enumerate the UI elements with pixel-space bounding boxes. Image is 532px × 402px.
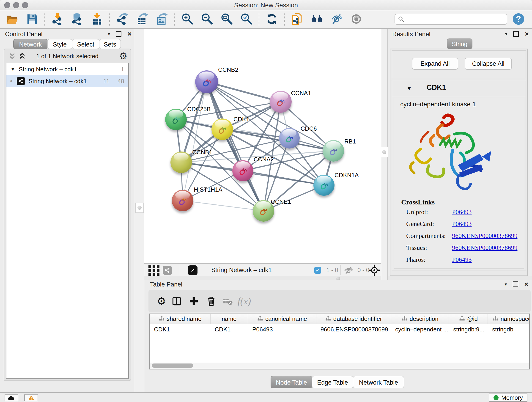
column-header-namespace[interactable]: namespace <box>488 314 530 324</box>
table-cell[interactable]: stringdb <box>488 326 530 333</box>
import-network-button[interactable] <box>51 13 64 26</box>
edge-CDK1-RB1[interactable] <box>222 129 333 151</box>
node-CDKN1A[interactable] <box>313 175 335 196</box>
zoom-fit-button[interactable] <box>220 13 233 26</box>
tab-node-table[interactable]: Node Table <box>271 376 312 388</box>
zoom-in-button[interactable] <box>181 13 194 26</box>
tab-edge-table[interactable]: Edge Table <box>312 376 353 388</box>
left-splitter-handle[interactable] <box>135 203 144 213</box>
control-panel-close-icon[interactable]: × <box>127 32 132 36</box>
search-input[interactable] <box>406 16 507 23</box>
export-network-button[interactable] <box>116 13 129 26</box>
node-RB1[interactable] <box>323 140 344 162</box>
column-header-name[interactable]: name <box>210 314 248 324</box>
column-header-shared-name[interactable]: shared name <box>150 314 210 324</box>
delete-column-button[interactable] <box>205 295 217 307</box>
table-cell[interactable]: CDK1 <box>150 326 210 333</box>
add-column-button[interactable] <box>188 295 200 307</box>
crosslink-row: Uniprot:P06493 <box>401 206 519 218</box>
string-home-button[interactable] <box>310 13 323 26</box>
edge-HIST1H1A-CCNE1[interactable] <box>183 201 264 211</box>
collapse-all-button[interactable]: Collapse All <box>465 58 512 70</box>
control-panel-maximize-icon[interactable] <box>116 31 121 37</box>
table-cell[interactable]: P06493 <box>248 326 317 333</box>
split-columns-button[interactable] <box>171 295 183 307</box>
crosslink-link[interactable]: 9606.ENSP00000378699 <box>452 232 517 240</box>
zoom-out-button[interactable] <box>201 13 213 26</box>
warnings-button[interactable] <box>24 395 38 401</box>
open-session-button[interactable] <box>6 13 19 26</box>
column-header-description[interactable]: description <box>391 314 449 324</box>
tab-network-table[interactable]: Network Table <box>353 376 404 388</box>
share-view-icon[interactable] <box>163 264 172 276</box>
node-CCNA1[interactable] <box>270 91 292 113</box>
right-splitter-handle[interactable] <box>380 147 388 157</box>
table-cell[interactable]: CDK1 <box>210 326 248 333</box>
expand-all-button[interactable]: Expand All <box>412 58 458 70</box>
node-CDC25B[interactable] <box>165 109 187 130</box>
results-panel-float-icon[interactable]: ▾ <box>505 31 507 37</box>
hide-graphics-details-button[interactable] <box>330 13 343 26</box>
search-box[interactable] <box>394 14 507 25</box>
grid-view-icon[interactable] <box>147 264 160 276</box>
zoom-selected-button[interactable] <box>240 13 253 26</box>
table-panel-float-icon[interactable]: ▾ <box>505 281 507 287</box>
import-table-button[interactable] <box>90 13 103 26</box>
help-button[interactable]: ? <box>513 13 524 25</box>
network-list-options-icon[interactable]: ⚙ <box>119 51 127 61</box>
tab-string[interactable]: String <box>447 38 472 49</box>
left-splitter[interactable] <box>135 29 144 392</box>
refresh-button[interactable] <box>265 13 278 26</box>
selected-checkbox-icon[interactable]: ✓ <box>314 264 321 276</box>
node-CDC6[interactable] <box>279 128 300 148</box>
table-settings-button[interactable]: ⚙ <box>155 295 167 307</box>
table-cell[interactable]: cyclin–dependent ... <box>391 326 449 333</box>
birds-eye-view-icon[interactable] <box>188 264 197 276</box>
tab-sets[interactable]: Sets <box>99 39 121 49</box>
export-image-button[interactable] <box>155 13 168 26</box>
node-CCNB2[interactable] <box>195 70 218 93</box>
hidden-elements-icon[interactable] <box>343 264 354 276</box>
crosslink-link[interactable]: 9606.ENSP00000378699 <box>452 244 517 251</box>
results-panel-maximize-icon[interactable] <box>513 31 519 37</box>
column-header-canonical-name[interactable]: canonical name <box>248 314 317 324</box>
save-session-button[interactable] <box>26 13 38 26</box>
node-CDK1[interactable] <box>211 119 233 140</box>
table-panel-close-icon[interactable]: × <box>524 282 528 287</box>
crosslink-link[interactable]: P06493 <box>452 208 472 216</box>
table-cell[interactable]: stringdb:9... <box>449 326 488 333</box>
table-cell[interactable]: 9606.ENSP00000378699 <box>317 326 391 333</box>
collection-expander-icon[interactable]: ▼ <box>11 67 15 72</box>
node-CCNB1[interactable] <box>171 152 192 173</box>
network-collection-row[interactable]: ▼ String Network – cdk1 1 <box>6 63 128 75</box>
table-horizontal-scrollbar[interactable] <box>150 363 529 369</box>
table-row[interactable]: CDK1CDK1P064939606.ENSP00000378699cyclin… <box>150 324 529 335</box>
share-document-button[interactable] <box>291 13 304 26</box>
import-database-button[interactable] <box>71 13 84 26</box>
export-table-button[interactable] <box>136 13 148 26</box>
tab-style[interactable]: Style <box>47 39 72 49</box>
gene-expander-icon[interactable]: ▼ <box>406 85 412 92</box>
results-panel-close-icon[interactable]: × <box>525 32 529 36</box>
column-header--id[interactable]: @id <box>449 314 488 324</box>
cloud-status-button[interactable] <box>5 395 18 401</box>
gene-section-header[interactable]: ▼ CDK1 <box>392 81 526 96</box>
edge-CCNB2-HIST1H1A[interactable] <box>183 82 207 201</box>
tab-network[interactable]: Network <box>13 39 48 49</box>
tab-select[interactable]: Select <box>72 39 99 49</box>
control-panel-float-icon[interactable]: ▾ <box>108 31 110 37</box>
fit-selected-icon[interactable] <box>368 264 381 276</box>
memory-button[interactable]: Memory <box>489 394 527 402</box>
scrollbar-thumb[interactable] <box>152 364 193 368</box>
selected-counts: 1 - 0 <box>326 264 338 276</box>
network-row[interactable]: • String Network – cdk1 11 48 <box>6 75 128 87</box>
node-CCNA2[interactable] <box>232 160 253 181</box>
edge-CCNB2-RB1[interactable] <box>207 82 333 151</box>
show-graphics-details-button[interactable] <box>350 13 363 26</box>
crosslink-link[interactable]: P06493 <box>452 256 472 263</box>
crosslink-link[interactable]: P06493 <box>452 220 472 228</box>
table-panel-maximize-icon[interactable] <box>513 281 518 287</box>
column-header-database-identifier[interactable]: database identifier <box>317 314 391 324</box>
network-canvas[interactable]: CCNB2CCNA1CDC25BCDK1CDC6RB1CCNB1CCNA2CDK… <box>144 29 381 264</box>
node-HIST1H1A[interactable] <box>172 190 193 211</box>
